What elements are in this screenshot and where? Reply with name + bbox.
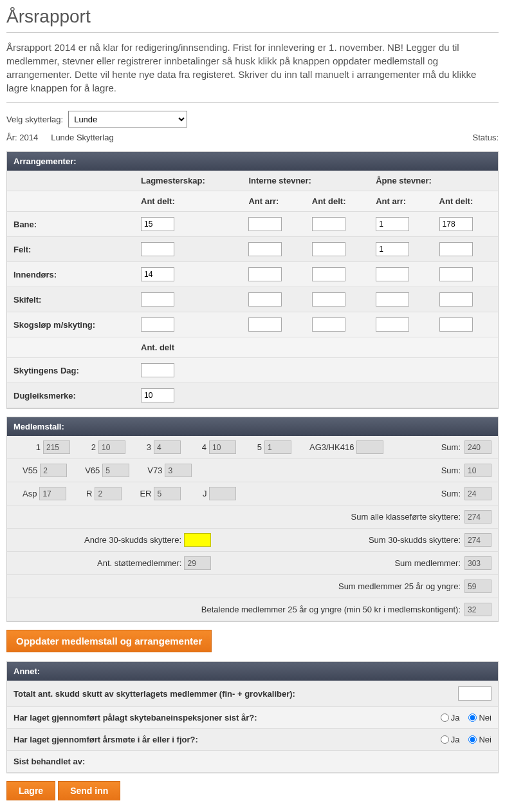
skifelt-apne-arr[interactable] [376, 292, 409, 307]
felt-lag-delt[interactable] [141, 242, 174, 256]
m1-v3 [154, 440, 181, 454]
row-innendors-label: Innendørs: [7, 262, 136, 287]
skogslop-int-delt[interactable] [312, 317, 345, 332]
m2-sum-v [464, 464, 491, 477]
lag-name: Lunde Skytterlag [51, 133, 114, 142]
innendors-apne-arr[interactable] [376, 267, 409, 281]
m4-label: Sum alle klasseførte skyttere: [351, 512, 461, 522]
m3-l2: R [84, 489, 92, 498]
lagre-button[interactable]: Lagre [6, 781, 55, 800]
m1-l5: 5 [254, 442, 262, 452]
bane-lag-delt[interactable] [141, 217, 174, 231]
row-skogslop-label: Skogsløp m/skyting: [7, 312, 136, 337]
skogslop-lag-delt[interactable] [141, 317, 174, 332]
col-apne: Åpne stevner: [371, 171, 498, 191]
m6-label: Ant. støttemedlemmer: [97, 558, 181, 568]
innendors-int-arr[interactable] [248, 267, 282, 281]
q2-nei-radio[interactable] [468, 713, 477, 722]
felt-int-delt[interactable] [312, 242, 345, 256]
skogslop-apne-arr[interactable] [376, 317, 409, 332]
felt-apne-delt[interactable] [439, 242, 473, 256]
intro-text: Årsrapport 2014 er nå klar for redigerin… [6, 41, 499, 95]
row-felt-label: Felt: [7, 237, 136, 262]
sub-ant-delt: Ant delt: [434, 191, 498, 212]
m3-l3: ER [140, 489, 151, 498]
m5-sum-l: Sum 30-skudds skyttere: [369, 535, 461, 545]
m3-sum-l: Sum: [441, 489, 461, 498]
bane-apne-delt[interactable] [439, 217, 473, 231]
m1-l4: 4 [199, 442, 207, 452]
bane-int-delt[interactable] [312, 217, 345, 231]
m1-sum-l: Sum: [441, 442, 461, 452]
m4-val [464, 510, 491, 524]
skytingens-dag-input[interactable] [141, 363, 174, 377]
annet-q1-input[interactable] [458, 686, 491, 701]
sub-ant-arr: Ant arr: [243, 191, 306, 212]
m7-label: Sum medlemmer 25 år og yngre: [338, 581, 461, 591]
m1-sum-v [464, 440, 491, 454]
q3-nei-radio[interactable] [468, 735, 477, 744]
innendors-int-delt[interactable] [312, 267, 345, 281]
m2-v1 [40, 464, 67, 477]
skifelt-int-delt[interactable] [312, 292, 345, 307]
arrangementer-panel: Arrangementer: Lagmesterskap: Interne st… [6, 151, 499, 409]
m2-v2 [102, 464, 129, 477]
m1-lag3: AG3/HK416 [309, 442, 354, 452]
m2-l1: V55 [23, 466, 37, 475]
q2-ja-label[interactable]: Ja [441, 713, 460, 722]
skytterlag-label: Velg skytterlag: [6, 115, 63, 124]
col-interne: Interne stevner: [243, 171, 371, 191]
m6-sum-v [464, 556, 491, 570]
bane-int-arr[interactable] [248, 217, 282, 231]
m6-sum-l: Sum medlemmer: [394, 558, 461, 568]
medlemstall-header: Medlemstall: [7, 417, 498, 436]
m1-v1 [43, 440, 70, 454]
skytterlag-select[interactable]: Lunde [68, 111, 187, 127]
dugleiksmerke-input[interactable] [141, 388, 174, 402]
q2-nei-label[interactable]: Nei [468, 713, 491, 722]
annet-q3: Har laget gjennomført årsmøte i år eller… [14, 735, 198, 744]
status-label: Status: [473, 133, 499, 142]
col-lagmesterskap: Lagmesterskap: [136, 171, 243, 191]
skifelt-int-arr[interactable] [248, 292, 282, 307]
m5-sum-v [464, 533, 491, 547]
m2-v3 [165, 464, 192, 477]
skifelt-apne-delt[interactable] [439, 292, 473, 307]
oppdater-button[interactable]: Oppdater medlemstall og arrangementer [6, 630, 212, 652]
m5-input[interactable] [184, 533, 211, 547]
skifelt-lag-delt[interactable] [141, 292, 174, 307]
arrangementer-header: Arrangementer: [7, 152, 498, 171]
sub-ant-delt: Ant delt: [136, 191, 243, 212]
m1-v5 [264, 440, 291, 454]
bane-apne-arr[interactable] [376, 217, 409, 231]
m2-l3: V73 [147, 466, 162, 475]
m8-val [464, 603, 491, 616]
felt-int-arr[interactable] [248, 242, 282, 256]
m2-l2: V65 [85, 466, 100, 475]
m1-v4 [209, 440, 236, 454]
m3-v3 [154, 487, 181, 500]
sub-ant-delt: Ant delt: [307, 191, 371, 212]
send-inn-button[interactable]: Send inn [58, 781, 120, 800]
skogslop-apne-delt[interactable] [439, 317, 473, 332]
m1-l3: 3 [143, 442, 151, 452]
divider [6, 102, 499, 103]
m5-label: Andre 30-skudds skyttere: [84, 535, 181, 545]
q3-ja-label[interactable]: Ja [441, 735, 460, 744]
row-skytingens-dag-label: Skytingens Dag: [7, 358, 136, 383]
q3-nei-label[interactable]: Nei [468, 735, 491, 744]
q2-ja-radio[interactable] [441, 713, 449, 722]
m1-l2: 2 [88, 442, 96, 452]
skogslop-int-arr[interactable] [248, 317, 282, 332]
q3-ja-radio[interactable] [441, 735, 449, 744]
sub2-ant-delt: Ant. delt [136, 337, 243, 358]
annet-header: Annet: [7, 662, 498, 681]
felt-apne-arr[interactable] [376, 242, 409, 256]
innendors-apne-delt[interactable] [439, 267, 473, 281]
sub-ant-arr: Ant arr: [371, 191, 434, 212]
m1-l1: 1 [33, 442, 41, 452]
innendors-lag-delt[interactable] [141, 267, 174, 281]
divider [6, 32, 499, 33]
m1-vag3 [356, 440, 383, 454]
annet-q4: Sist behandlet av: [14, 757, 85, 766]
